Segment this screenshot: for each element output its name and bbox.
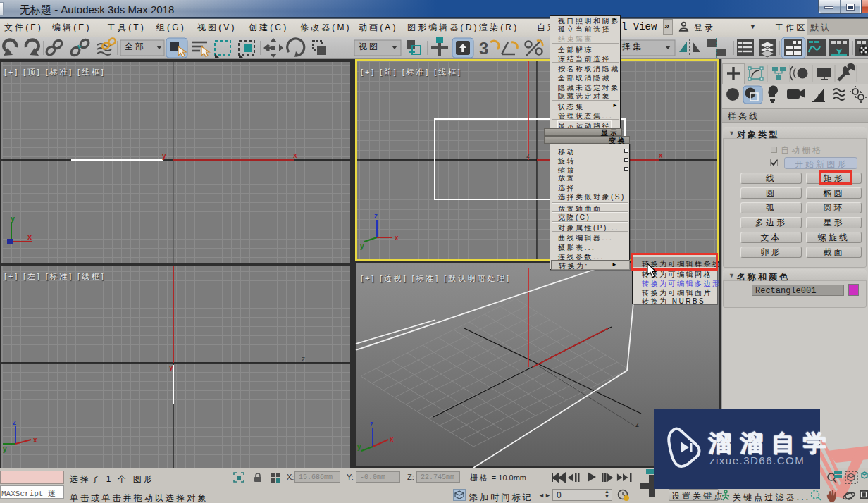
svg-text:x: x (659, 151, 663, 159)
svg-text:x: x (27, 232, 32, 241)
svg-text:z: z (13, 418, 16, 426)
svg-text:z: z (374, 212, 378, 220)
svg-text:z: z (370, 420, 373, 428)
svg-text:x: x (390, 435, 394, 443)
svg-text:x: x (395, 234, 399, 242)
svg-text:3: 3 (479, 39, 488, 58)
svg-text:y: y (3, 445, 7, 453)
svg-text:y: y (11, 214, 16, 223)
svg-text:y: y (169, 364, 173, 371)
svg-text:x: x (293, 151, 297, 159)
svg-text:z: z (636, 421, 639, 428)
svg-text:x: x (33, 436, 37, 444)
svg-text:z: z (526, 151, 530, 159)
svg-text:y: y (360, 242, 364, 250)
svg-text:z: z (302, 355, 305, 363)
svg-text:y: y (357, 443, 361, 451)
svg-text:y: y (162, 152, 166, 160)
